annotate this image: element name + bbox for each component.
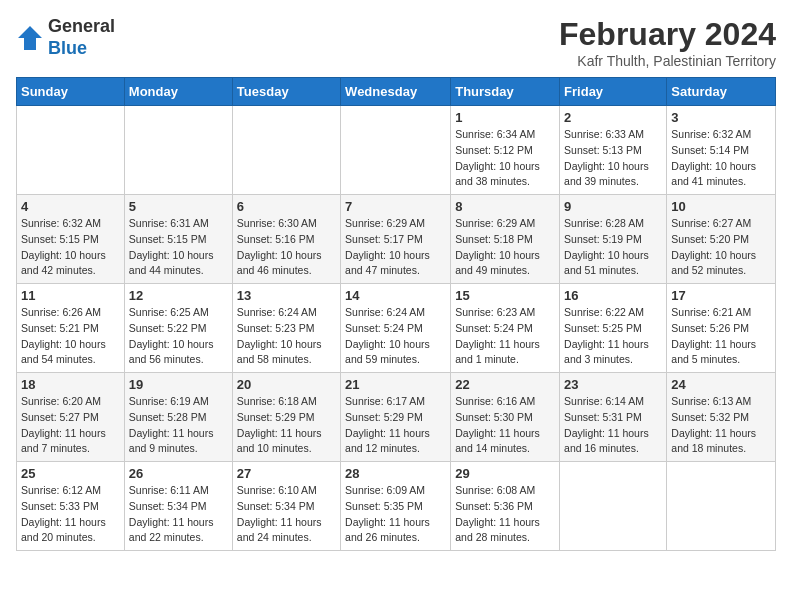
calendar-cell: 13Sunrise: 6:24 AMSunset: 5:23 PMDayligh… — [232, 284, 340, 373]
calendar-cell: 2Sunrise: 6:33 AMSunset: 5:13 PMDaylight… — [560, 106, 667, 195]
logo-text: General Blue — [48, 16, 115, 59]
day-info: Sunrise: 6:08 AMSunset: 5:36 PMDaylight:… — [455, 483, 555, 546]
calendar-cell: 21Sunrise: 6:17 AMSunset: 5:29 PMDayligh… — [341, 373, 451, 462]
calendar-week-row: 4Sunrise: 6:32 AMSunset: 5:15 PMDaylight… — [17, 195, 776, 284]
day-info: Sunrise: 6:12 AMSunset: 5:33 PMDaylight:… — [21, 483, 120, 546]
svg-marker-0 — [18, 26, 42, 50]
calendar-cell: 14Sunrise: 6:24 AMSunset: 5:24 PMDayligh… — [341, 284, 451, 373]
day-info: Sunrise: 6:20 AMSunset: 5:27 PMDaylight:… — [21, 394, 120, 457]
calendar-cell: 6Sunrise: 6:30 AMSunset: 5:16 PMDaylight… — [232, 195, 340, 284]
calendar-week-row: 25Sunrise: 6:12 AMSunset: 5:33 PMDayligh… — [17, 462, 776, 551]
calendar-week-row: 18Sunrise: 6:20 AMSunset: 5:27 PMDayligh… — [17, 373, 776, 462]
calendar-cell: 28Sunrise: 6:09 AMSunset: 5:35 PMDayligh… — [341, 462, 451, 551]
calendar-cell: 4Sunrise: 6:32 AMSunset: 5:15 PMDaylight… — [17, 195, 125, 284]
calendar-cell: 22Sunrise: 6:16 AMSunset: 5:30 PMDayligh… — [451, 373, 560, 462]
day-number: 28 — [345, 466, 446, 481]
month-year-title: February 2024 — [559, 16, 776, 53]
day-info: Sunrise: 6:34 AMSunset: 5:12 PMDaylight:… — [455, 127, 555, 190]
day-number: 4 — [21, 199, 120, 214]
day-info: Sunrise: 6:09 AMSunset: 5:35 PMDaylight:… — [345, 483, 446, 546]
calendar-cell: 5Sunrise: 6:31 AMSunset: 5:15 PMDaylight… — [124, 195, 232, 284]
calendar-week-row: 11Sunrise: 6:26 AMSunset: 5:21 PMDayligh… — [17, 284, 776, 373]
weekday-header: Wednesday — [341, 78, 451, 106]
logo-icon — [16, 24, 44, 52]
day-info: Sunrise: 6:11 AMSunset: 5:34 PMDaylight:… — [129, 483, 228, 546]
day-number: 19 — [129, 377, 228, 392]
calendar-cell: 17Sunrise: 6:21 AMSunset: 5:26 PMDayligh… — [667, 284, 776, 373]
day-number: 6 — [237, 199, 336, 214]
day-number: 26 — [129, 466, 228, 481]
day-number: 8 — [455, 199, 555, 214]
calendar-cell: 16Sunrise: 6:22 AMSunset: 5:25 PMDayligh… — [560, 284, 667, 373]
calendar-cell: 11Sunrise: 6:26 AMSunset: 5:21 PMDayligh… — [17, 284, 125, 373]
day-info: Sunrise: 6:29 AMSunset: 5:17 PMDaylight:… — [345, 216, 446, 279]
day-number: 18 — [21, 377, 120, 392]
day-number: 21 — [345, 377, 446, 392]
day-info: Sunrise: 6:32 AMSunset: 5:14 PMDaylight:… — [671, 127, 771, 190]
weekday-header: Monday — [124, 78, 232, 106]
day-number: 1 — [455, 110, 555, 125]
weekday-header: Saturday — [667, 78, 776, 106]
calendar-cell — [341, 106, 451, 195]
day-info: Sunrise: 6:23 AMSunset: 5:24 PMDaylight:… — [455, 305, 555, 368]
calendar-cell: 3Sunrise: 6:32 AMSunset: 5:14 PMDaylight… — [667, 106, 776, 195]
day-number: 20 — [237, 377, 336, 392]
calendar-cell: 9Sunrise: 6:28 AMSunset: 5:19 PMDaylight… — [560, 195, 667, 284]
day-info: Sunrise: 6:30 AMSunset: 5:16 PMDaylight:… — [237, 216, 336, 279]
day-number: 13 — [237, 288, 336, 303]
day-info: Sunrise: 6:24 AMSunset: 5:23 PMDaylight:… — [237, 305, 336, 368]
day-info: Sunrise: 6:22 AMSunset: 5:25 PMDaylight:… — [564, 305, 662, 368]
day-number: 12 — [129, 288, 228, 303]
calendar-cell — [560, 462, 667, 551]
calendar-cell — [17, 106, 125, 195]
calendar-cell: 27Sunrise: 6:10 AMSunset: 5:34 PMDayligh… — [232, 462, 340, 551]
day-info: Sunrise: 6:16 AMSunset: 5:30 PMDaylight:… — [455, 394, 555, 457]
day-number: 25 — [21, 466, 120, 481]
calendar-cell: 18Sunrise: 6:20 AMSunset: 5:27 PMDayligh… — [17, 373, 125, 462]
location-subtitle: Kafr Thulth, Palestinian Territory — [559, 53, 776, 69]
day-info: Sunrise: 6:18 AMSunset: 5:29 PMDaylight:… — [237, 394, 336, 457]
calendar-week-row: 1Sunrise: 6:34 AMSunset: 5:12 PMDaylight… — [17, 106, 776, 195]
day-info: Sunrise: 6:32 AMSunset: 5:15 PMDaylight:… — [21, 216, 120, 279]
day-info: Sunrise: 6:28 AMSunset: 5:19 PMDaylight:… — [564, 216, 662, 279]
calendar-cell: 1Sunrise: 6:34 AMSunset: 5:12 PMDaylight… — [451, 106, 560, 195]
day-number: 15 — [455, 288, 555, 303]
day-info: Sunrise: 6:17 AMSunset: 5:29 PMDaylight:… — [345, 394, 446, 457]
calendar-cell: 8Sunrise: 6:29 AMSunset: 5:18 PMDaylight… — [451, 195, 560, 284]
calendar-cell: 24Sunrise: 6:13 AMSunset: 5:32 PMDayligh… — [667, 373, 776, 462]
day-info: Sunrise: 6:25 AMSunset: 5:22 PMDaylight:… — [129, 305, 228, 368]
calendar-cell — [232, 106, 340, 195]
day-number: 9 — [564, 199, 662, 214]
page-header: General Blue February 2024 Kafr Thulth, … — [16, 16, 776, 69]
day-number: 17 — [671, 288, 771, 303]
calendar-cell — [667, 462, 776, 551]
day-info: Sunrise: 6:24 AMSunset: 5:24 PMDaylight:… — [345, 305, 446, 368]
weekday-row: SundayMondayTuesdayWednesdayThursdayFrid… — [17, 78, 776, 106]
day-info: Sunrise: 6:27 AMSunset: 5:20 PMDaylight:… — [671, 216, 771, 279]
day-info: Sunrise: 6:10 AMSunset: 5:34 PMDaylight:… — [237, 483, 336, 546]
day-info: Sunrise: 6:19 AMSunset: 5:28 PMDaylight:… — [129, 394, 228, 457]
calendar-cell: 12Sunrise: 6:25 AMSunset: 5:22 PMDayligh… — [124, 284, 232, 373]
day-number: 10 — [671, 199, 771, 214]
calendar-cell: 25Sunrise: 6:12 AMSunset: 5:33 PMDayligh… — [17, 462, 125, 551]
calendar-cell: 29Sunrise: 6:08 AMSunset: 5:36 PMDayligh… — [451, 462, 560, 551]
day-number: 14 — [345, 288, 446, 303]
weekday-header: Friday — [560, 78, 667, 106]
day-number: 16 — [564, 288, 662, 303]
day-number: 27 — [237, 466, 336, 481]
calendar-header: SundayMondayTuesdayWednesdayThursdayFrid… — [17, 78, 776, 106]
day-info: Sunrise: 6:29 AMSunset: 5:18 PMDaylight:… — [455, 216, 555, 279]
calendar-cell: 7Sunrise: 6:29 AMSunset: 5:17 PMDaylight… — [341, 195, 451, 284]
day-number: 5 — [129, 199, 228, 214]
weekday-header: Thursday — [451, 78, 560, 106]
day-info: Sunrise: 6:26 AMSunset: 5:21 PMDaylight:… — [21, 305, 120, 368]
calendar-cell: 15Sunrise: 6:23 AMSunset: 5:24 PMDayligh… — [451, 284, 560, 373]
day-number: 24 — [671, 377, 771, 392]
day-info: Sunrise: 6:13 AMSunset: 5:32 PMDaylight:… — [671, 394, 771, 457]
calendar-cell: 23Sunrise: 6:14 AMSunset: 5:31 PMDayligh… — [560, 373, 667, 462]
title-block: February 2024 Kafr Thulth, Palestinian T… — [559, 16, 776, 69]
day-number: 23 — [564, 377, 662, 392]
calendar-table: SundayMondayTuesdayWednesdayThursdayFrid… — [16, 77, 776, 551]
calendar-cell: 10Sunrise: 6:27 AMSunset: 5:20 PMDayligh… — [667, 195, 776, 284]
calendar-cell: 26Sunrise: 6:11 AMSunset: 5:34 PMDayligh… — [124, 462, 232, 551]
